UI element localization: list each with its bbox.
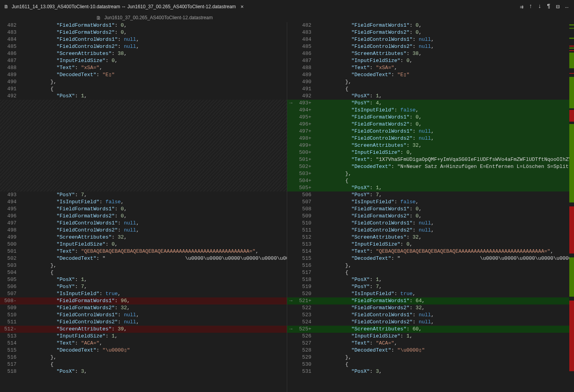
code-line[interactable]: 482 "FieldFormatWords1": 0, (0, 22, 287, 29)
code-line[interactable] (0, 121, 287, 128)
code-left[interactable]: 482 "FieldFormatWords1": 0,483 "FieldFor… (0, 22, 287, 392)
code-line[interactable]: 493 "PosY": 7, (0, 191, 287, 199)
code-line[interactable] (0, 184, 287, 191)
code-line[interactable]: 529 }, (287, 354, 574, 361)
overview-mark[interactable] (569, 46, 574, 47)
revert-arrow-icon[interactable]: → (287, 326, 295, 333)
code-line[interactable]: 485 "FieldControlWords2": null, (287, 43, 574, 50)
code-line[interactable]: 512- "ScreenAttributes": 39, (0, 326, 287, 333)
code-line[interactable]: 518 "PosX": 1, (287, 276, 574, 283)
code-line[interactable] (0, 114, 287, 121)
code-line[interactable]: 515 "DecodedText": "\u0000▯" (0, 347, 287, 354)
code-line[interactable]: 507 "IsInputField": true, (0, 290, 287, 297)
code-line[interactable]: 489 "DecodedText": "E▯" (0, 71, 287, 78)
code-line[interactable]: 492 "PosX": 1, (287, 93, 574, 100)
code-line[interactable]: 519 "PosY": 7, (287, 283, 574, 290)
code-line[interactable]: 498 "FieldControlWords2": null, (0, 227, 287, 234)
code-line[interactable]: 509 "FieldFormatWords2": 32, (0, 304, 287, 312)
overview-mark[interactable] (569, 73, 574, 74)
code-line[interactable]: 528 "DecodedText": "\u0000▯" (287, 347, 574, 354)
overview-mark[interactable] (569, 206, 574, 253)
code-line[interactable]: 512 "ScreenAttributes": 32, (287, 234, 574, 241)
code-line[interactable] (0, 100, 287, 107)
code-line[interactable]: 515 "DecodedText": " \u0000\u0000\u0000\… (287, 255, 574, 262)
code-line[interactable]: 502+ "DecodedText": "N=Neuer Satz A=Hinz… (287, 163, 574, 170)
code-line[interactable]: 506 "PosY": 7, (0, 283, 287, 290)
code-line[interactable]: 522 "FieldFormatWords2": 32, (287, 304, 574, 312)
code-line[interactable]: 509 "FieldFormatWords2": 0, (287, 213, 574, 220)
code-line[interactable] (0, 149, 287, 156)
collapse-icon[interactable]: ⊟ (556, 3, 559, 11)
code-line[interactable]: 503+ }, (287, 170, 574, 177)
code-line[interactable]: 490 }, (0, 78, 287, 86)
code-line[interactable]: 508- "FieldFormatWords1": 96, (0, 297, 287, 304)
overview-mark[interactable] (569, 301, 574, 371)
code-line[interactable]: 494+ "IsInputField": false, (287, 107, 574, 114)
code-line[interactable]: 513 "InputFieldSize": 1, (0, 333, 287, 340)
revert-arrow-icon[interactable]: → (287, 297, 295, 304)
code-line[interactable]: 503 }, (0, 262, 287, 269)
code-line[interactable]: 496 "FieldFormatWords2": 0, (0, 213, 287, 220)
overview-mark[interactable] (569, 257, 574, 297)
code-line[interactable]: 499 "ScreenAttributes": 32, (0, 234, 287, 241)
code-line[interactable]: 484 "FieldControlWords1": null, (287, 36, 574, 43)
code-line[interactable]: →521+ "FieldFormatWords1": 64, (287, 297, 574, 304)
more-icon[interactable]: … (565, 3, 569, 11)
code-line[interactable] (0, 142, 287, 149)
code-line[interactable] (0, 170, 287, 177)
code-line[interactable]: 492 "PosX": 1, (0, 93, 287, 100)
prev-diff-icon[interactable]: ↑ (529, 3, 532, 11)
code-line[interactable]: 523 "FieldControlWords1": null, (287, 312, 574, 319)
code-line[interactable]: 505+ "PosX": 1, (287, 184, 574, 191)
code-line[interactable]: 508 "FieldFormatWords1": 0, (287, 206, 574, 213)
code-line[interactable]: 517 { (287, 269, 574, 276)
overview-mark[interactable] (569, 38, 574, 39)
overview-mark[interactable] (569, 28, 574, 29)
code-line[interactable]: 511 "FieldControlWords2": null, (0, 319, 287, 326)
code-line[interactable] (0, 107, 287, 114)
code-line[interactable]: 487 "InputFieldSize": 0, (287, 57, 574, 64)
code-line[interactable]: 490 }, (287, 78, 574, 86)
code-line[interactable]: →493+ "PosY": 4, (287, 100, 574, 107)
code-line[interactable] (0, 177, 287, 184)
code-line[interactable]: 483 "FieldFormatWords2": 0, (0, 29, 287, 36)
code-line[interactable]: 501 "Text": "QEBAQEBAQEBAQEBAQEBAQEBAQEA… (0, 248, 287, 255)
breadcrumb[interactable]: 🗎 Jun1610_37_00.265_AS400ToClient-12.dat… (0, 13, 574, 22)
code-line[interactable]: 483 "FieldFormatWords2": 0, (287, 29, 574, 36)
code-line[interactable]: 500 "InputFieldSize": 0, (0, 241, 287, 248)
code-line[interactable]: 501+ "Text": "1X7VhaSFmUDigaOpQMF+yImVqa… (287, 156, 574, 163)
code-line[interactable]: 489 "DecodedText": "E▯" (287, 71, 574, 78)
overview-ruler[interactable] (569, 22, 574, 392)
overview-mark[interactable] (569, 50, 574, 51)
overview-mark[interactable] (569, 124, 574, 202)
code-line[interactable]: 527 "Text": "ACA=", (287, 340, 574, 347)
code-line[interactable]: 495+ "FieldFormatWords1": 0, (287, 114, 574, 121)
code-line[interactable]: 516 }, (287, 262, 574, 269)
code-line[interactable]: 484 "FieldControlWords1": null, (0, 36, 287, 43)
code-line[interactable] (0, 128, 287, 135)
code-line[interactable]: 486 "ScreenAttributes": 38, (0, 50, 287, 57)
code-line[interactable]: 507 "IsInputField": false, (287, 199, 574, 206)
code-line[interactable] (0, 163, 287, 170)
code-line[interactable]: 500+ "InputFieldSize": 0, (287, 149, 574, 156)
code-line[interactable]: 510 "FieldControlWords1": null, (0, 312, 287, 319)
overview-mark[interactable] (569, 53, 574, 68)
code-line[interactable]: 516 }, (0, 354, 287, 361)
code-line[interactable]: 485 "FieldControlWords2": null, (0, 43, 287, 50)
code-line[interactable]: 524 "FieldControlWords2": null, (287, 319, 574, 326)
code-line[interactable]: 526 "InputFieldSize": 1, (287, 333, 574, 340)
code-line[interactable]: 491 { (287, 86, 574, 93)
editor-tab[interactable]: 🗎 Jun1611_14_13.093_AS400ToClient-10.dat… (0, 0, 249, 13)
code-line[interactable]: 510 "FieldControlWords1": null, (287, 220, 574, 227)
overview-mark[interactable] (569, 47, 574, 49)
code-line[interactable]: 530 { (287, 361, 574, 368)
code-line[interactable]: 496+ "FieldFormatWords2": 0, (287, 121, 574, 128)
code-line[interactable]: 488 "Text": "xSA=", (0, 64, 287, 71)
code-line[interactable]: 506 "PosY": 7, (287, 191, 574, 199)
code-line[interactable]: 488 "Text": "xSA=", (287, 64, 574, 71)
diff-pane-left[interactable]: 482 "FieldFormatWords1": 0,483 "FieldFor… (0, 22, 287, 392)
code-line[interactable] (0, 156, 287, 163)
code-line[interactable]: 498+ "FieldControlWords2": null, (287, 135, 574, 142)
code-line[interactable]: 499+ "ScreenAttributes": 32, (287, 142, 574, 149)
revert-arrow-icon[interactable]: → (287, 100, 295, 107)
